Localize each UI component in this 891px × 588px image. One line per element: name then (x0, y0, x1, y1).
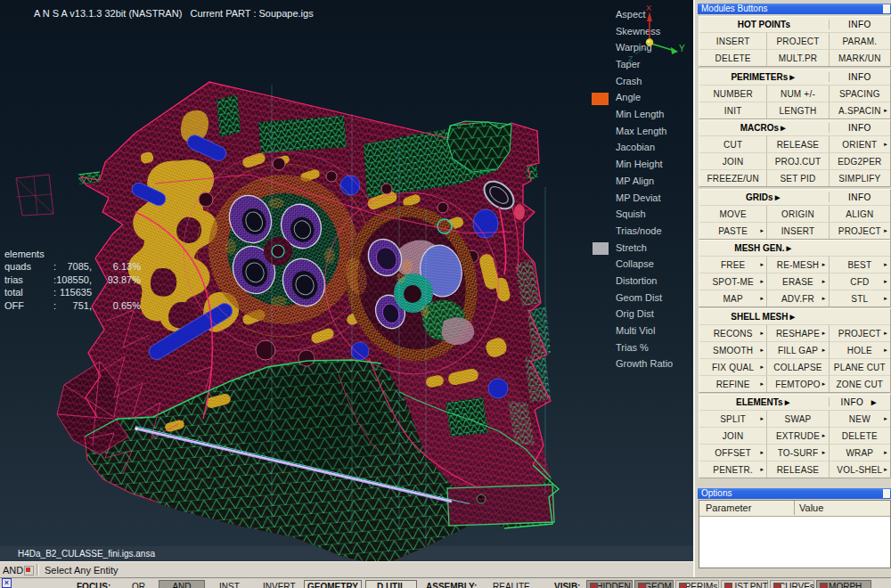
svg-text:X: X (646, 4, 651, 12)
svg-text:Z: Z (628, 54, 634, 63)
svg-text:Y: Y (679, 44, 685, 53)
